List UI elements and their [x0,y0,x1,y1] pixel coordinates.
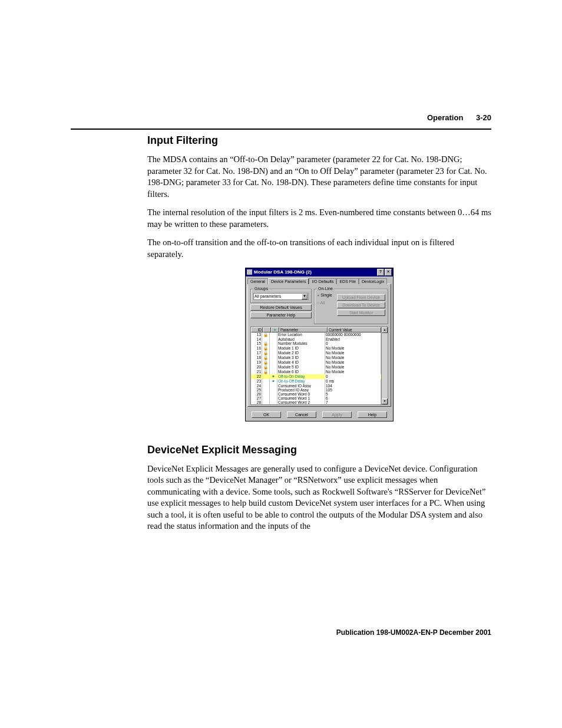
link-icon [270,365,277,370]
col-value[interactable]: Current Value [328,327,381,332]
cell-param: Module 4 ID [277,360,325,365]
cell-value: No Module [325,346,381,351]
lock-icon: 🔒 [262,365,270,370]
groups-value: All parameters [254,294,281,298]
table-row[interactable]: 23✦On-to-Off Delay0 ms [251,379,381,384]
scroll-track[interactable] [382,333,388,398]
table-row[interactable]: 20🔒Module 5 IDNo Module [251,365,381,370]
chevron-down-icon[interactable]: ▼ [302,294,308,299]
table-row[interactable]: 15🔒Number Modules0 [251,341,381,346]
tab-eds-file[interactable]: EDS File [336,278,359,284]
cell-param: Consumed Word 1 [277,396,325,400]
table-row[interactable]: 19🔒Module 4 IDNo Module [251,360,381,365]
download-button[interactable]: Download To Device [337,302,385,308]
cell-value: 6 [325,396,381,400]
tab-io-defaults[interactable]: I/O Defaults [309,278,336,284]
cell-param: Number Modules [277,341,325,346]
groups-label: Groups [253,286,269,291]
lock-icon [262,388,270,392]
cell-value: No Module [325,365,381,370]
groups-box: Groups All parameters ▼ [250,289,312,303]
dialog-buttons: OK Cancel Apply Help [246,409,393,421]
link-icon [270,351,277,355]
col-eq[interactable]: ≡ [271,327,279,332]
cell-id: 28 [251,400,262,404]
header-rule [71,129,491,130]
lock-icon [262,379,270,384]
table-row[interactable]: 26Consumed Word 05 [251,392,381,396]
cell-id: 18 [251,355,262,360]
table-row[interactable]: 22✦Off-to-On Delay0 [251,374,381,379]
table-row[interactable]: 13🔒Error Location00000000 00000000 [251,332,381,337]
app-icon [247,269,252,275]
parameter-help-button[interactable]: Parameter Help [250,312,312,318]
table-row[interactable]: 17🔒Module 2 IDNo Module [251,351,381,355]
restore-defaults-button[interactable]: Restore Default Values [250,304,312,311]
col-id[interactable]: ID [251,327,263,332]
table-row[interactable]: 25Produced IO Assy105 [251,388,381,392]
table-row[interactable]: 21🔒Module 6 IDNo Module [251,370,381,374]
lock-icon: 🔒 [262,346,270,351]
cell-value: 104 [325,384,381,388]
cell-id: 16 [251,346,262,351]
upload-button[interactable]: Upload From Device [337,294,385,301]
groups-combo[interactable]: All parameters ▼ [253,293,309,300]
cell-param: Autobaud [277,337,325,341]
cell-value: 0 [325,341,381,346]
table-row[interactable]: 14AutobaudEnabled [251,337,381,341]
cell-id: 21 [251,370,262,374]
table-row[interactable]: 16🔒Module 1 IDNo Module [251,346,381,351]
cell-param: Module 3 ID [277,355,325,360]
cell-param: Consumed IO Assy [277,384,325,388]
cell-value: Enabled [325,337,381,341]
cancel-button[interactable]: Cancel [287,411,316,418]
lock-icon [262,374,270,379]
col-param[interactable]: Parameter [279,327,328,332]
cell-id: 25 [251,388,262,392]
scrollbar[interactable]: ▲ ▼ [381,327,388,404]
link-icon: ✦ [270,374,277,379]
link-icon [270,370,277,374]
titlebar[interactable]: Modular DSA 198-DNG (2) ? × [246,268,393,276]
help-button[interactable]: Help [358,411,387,418]
page-header: Operation 3-20 [427,113,491,122]
body-text: The MDSA contains an “Off-to-On Delay” p… [147,154,491,200]
tab-general[interactable]: General [247,278,268,284]
lock-icon [262,396,270,400]
cell-id: 20 [251,365,262,370]
radio-all[interactable]: All [317,301,335,305]
cell-id: 23 [251,379,262,384]
monitor-button[interactable]: Start Monitor [337,309,385,316]
help-icon[interactable]: ? [377,269,384,276]
link-icon [270,388,277,392]
radio-single[interactable]: Single [317,293,335,297]
cell-param: Module 1 ID [277,346,325,351]
scroll-up-icon[interactable]: ▲ [382,327,388,333]
scroll-down-icon[interactable]: ▼ [382,398,388,404]
link-icon: ✦ [270,379,277,384]
ok-button[interactable]: OK [252,411,281,418]
close-icon[interactable]: × [385,269,392,276]
grid-header: ID ≡ Parameter Current Value [251,327,381,332]
apply-button[interactable]: Apply [322,411,352,418]
dialog-window: Modular DSA 198-DNG (2) ? × General Devi… [245,268,394,421]
cell-value: 00000000 00000000 [325,332,381,337]
cell-value: No Module [325,355,381,360]
cell-param: On-to-Off Delay [277,379,325,384]
cell-id: 26 [251,392,262,396]
link-icon [270,360,277,365]
table-row[interactable]: 28Consumed Word 27 [251,400,381,404]
table-row[interactable]: 18🔒Module 3 IDNo Module [251,355,381,360]
col-lock[interactable] [263,327,271,332]
link-icon [270,384,277,388]
tab-devicelogix[interactable]: DeviceLogix [359,278,387,284]
footer-text: Publication 198-UM002A-EN-P December 200… [336,628,491,637]
table-row[interactable]: 24Consumed IO Assy104 [251,384,381,388]
table-row[interactable]: 27Consumed Word 16 [251,396,381,400]
lock-icon: 🔒 [262,341,270,346]
cell-value[interactable]: 0 [325,374,381,379]
tab-device-parameters[interactable]: Device Parameters [268,278,309,284]
parameter-grid: ID ≡ Parameter Current Value 13🔒Error Lo… [250,327,388,405]
cell-param: Module 6 ID [277,370,325,374]
link-icon [270,355,277,360]
